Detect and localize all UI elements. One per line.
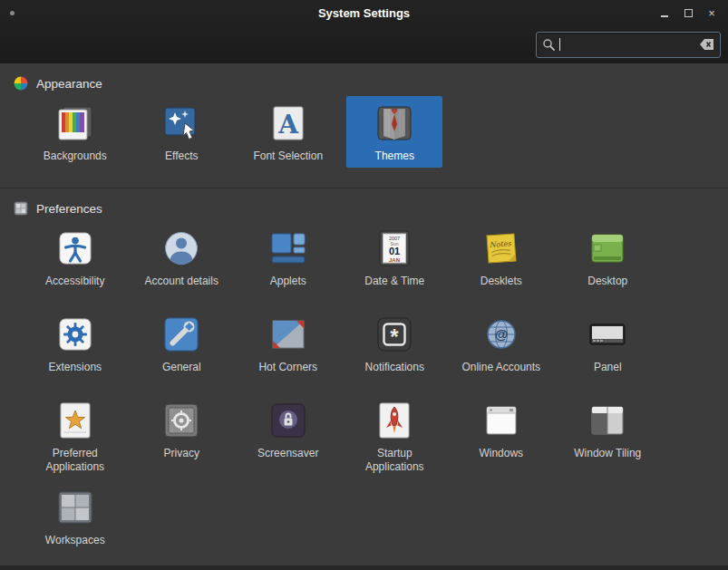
font-selection-icon: A — [267, 101, 310, 145]
settings-item-general[interactable]: General — [133, 307, 229, 391]
settings-item-online-accounts[interactable]: @Online Accounts — [453, 307, 549, 391]
themes-icon — [373, 101, 416, 145]
svg-text:A: A — [277, 110, 299, 140]
item-label: Screensaver — [257, 447, 318, 460]
settings-item-hot-corners[interactable]: Hot Corners — [240, 307, 336, 391]
window-title: System Settings — [0, 6, 728, 20]
general-icon — [160, 313, 203, 356]
window-bottom-edge — [0, 565, 728, 570]
item-label: Preferred Applications — [31, 447, 120, 474]
item-label: Privacy — [164, 447, 199, 460]
svg-text:Notes: Notes — [489, 239, 511, 249]
settings-item-effects[interactable]: Effects — [133, 96, 229, 168]
search-box[interactable] — [536, 32, 721, 58]
item-label: Font Selection — [253, 150, 323, 163]
backgrounds-icon — [53, 101, 97, 145]
preferred-applications-icon — [53, 399, 97, 442]
section-header-appearance: Appearance — [14, 76, 728, 91]
item-label: Hot Corners — [258, 361, 317, 374]
appearance-icon — [14, 76, 28, 91]
svg-text:@: @ — [494, 326, 508, 342]
item-label: Themes — [375, 150, 414, 163]
section-title: Preferences — [36, 202, 102, 216]
search-input[interactable] — [560, 38, 700, 51]
window-controls: × — [657, 5, 728, 20]
item-label: Applets — [270, 275, 306, 288]
item-label: Notifications — [365, 361, 424, 374]
window-tiling-icon — [586, 399, 629, 442]
titlebar: System Settings × — [0, 0, 728, 25]
section-divider — [0, 188, 728, 188]
desktop-icon — [586, 227, 629, 270]
maximize-button[interactable] — [681, 5, 695, 20]
settings-item-screensaver[interactable]: Screensaver — [240, 393, 336, 478]
settings-item-applets[interactable]: Applets — [240, 221, 336, 305]
svg-text:2007: 2007 — [389, 236, 400, 241]
settings-item-privacy[interactable]: Privacy — [133, 393, 229, 478]
svg-text:*: * — [391, 324, 400, 349]
date-time-icon: 2007Sun01JAN — [373, 227, 416, 270]
settings-item-preferred-applications[interactable]: Preferred Applications — [27, 393, 123, 478]
startup-applications-icon — [373, 399, 416, 442]
item-label: Windows — [479, 447, 523, 460]
settings-item-workspaces[interactable]: Workspaces — [27, 480, 123, 565]
item-label: Desktop — [587, 275, 627, 288]
section-title: Appearance — [36, 77, 102, 91]
settings-item-desklets[interactable]: NotesDesklets — [453, 221, 549, 305]
item-label: Account details — [145, 275, 218, 288]
settings-item-startup-applications[interactable]: Startup Applications — [346, 393, 442, 478]
item-label: Workspaces — [45, 534, 105, 547]
applets-icon — [267, 227, 310, 270]
settings-item-backgrounds[interactable]: Backgrounds — [27, 96, 123, 168]
settings-item-font-selection[interactable]: AFont Selection — [240, 96, 336, 168]
settings-item-extensions[interactable]: Extensions — [27, 307, 123, 391]
notifications-icon: * — [373, 313, 416, 356]
settings-item-windows[interactable]: Windows — [453, 393, 549, 478]
screensaver-icon — [267, 399, 310, 442]
close-button[interactable]: × — [704, 5, 719, 20]
account-details-icon — [160, 227, 203, 270]
preferences-items-grid: AccessibilityAccount detailsApplets2007S… — [22, 221, 728, 565]
settings-item-notifications[interactable]: *Notifications — [346, 307, 442, 391]
item-label: Effects — [165, 150, 198, 163]
windows-icon — [480, 399, 523, 442]
item-label: Desklets — [480, 275, 522, 288]
minimize-button[interactable] — [657, 5, 672, 20]
item-label: General — [162, 361, 201, 374]
extensions-icon — [53, 313, 97, 356]
clear-search-icon[interactable] — [700, 39, 714, 50]
search-row — [0, 25, 728, 63]
settings-item-accessibility[interactable]: Accessibility — [27, 221, 123, 305]
hot-corners-icon — [267, 313, 310, 356]
settings-item-date-time[interactable]: 2007Sun01JANDate & Time — [346, 221, 442, 305]
search-icon — [542, 38, 555, 51]
accessibility-icon — [53, 227, 97, 270]
item-label: Online Accounts — [461, 361, 540, 374]
section-header-preferences: Preferences — [14, 201, 728, 216]
item-label: Date & Time — [364, 275, 424, 288]
settings-item-desktop[interactable]: Desktop — [559, 221, 655, 305]
window-header: System Settings × — [0, 0, 728, 63]
preferences-icon — [14, 201, 28, 216]
item-label: Extensions — [48, 361, 102, 374]
window-menu-icon — [10, 11, 15, 15]
settings-main: Appearance BackgroundsEffectsAFont Selec… — [0, 76, 728, 565]
online-accounts-icon: @ — [480, 313, 523, 356]
desklets-icon: Notes — [480, 227, 523, 270]
effects-icon — [160, 101, 203, 145]
item-label: Startup Applications — [350, 447, 439, 474]
item-label: Accessibility — [45, 275, 104, 288]
svg-text:JAN: JAN — [389, 257, 400, 263]
panel-icon — [586, 313, 629, 356]
settings-item-window-tiling[interactable]: Window Tiling — [559, 393, 655, 478]
item-label: Window Tiling — [574, 447, 641, 460]
settings-item-account-details[interactable]: Account details — [133, 221, 229, 305]
settings-item-themes[interactable]: Themes — [346, 96, 442, 168]
item-label: Panel — [594, 361, 622, 374]
settings-item-panel[interactable]: Panel — [559, 307, 655, 391]
svg-text:01: 01 — [389, 246, 400, 256]
privacy-icon — [160, 399, 203, 442]
workspaces-icon — [53, 486, 97, 529]
item-label: Backgrounds — [44, 150, 107, 163]
appearance-items-grid: BackgroundsEffectsAFont SelectionThemes — [22, 96, 728, 175]
